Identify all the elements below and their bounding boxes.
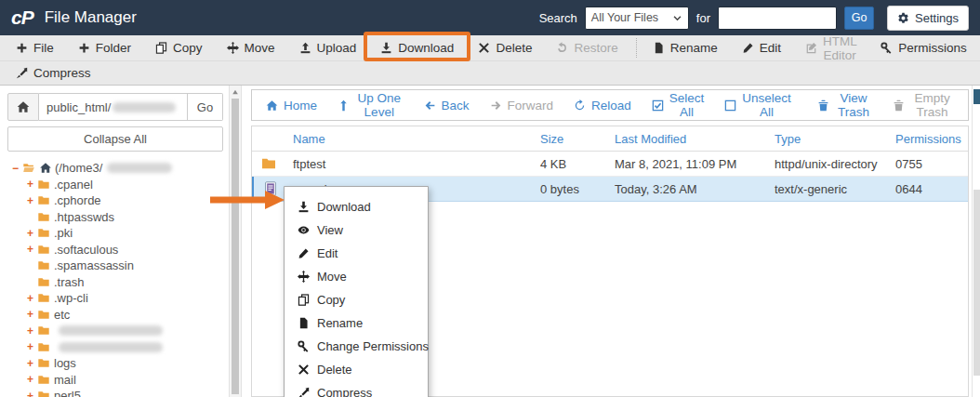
file-nav-button[interactable]: Up One Level: [327, 88, 413, 122]
column-header-name[interactable]: Name: [293, 132, 540, 146]
tree-item[interactable]: .htpasswds: [7, 209, 223, 226]
tree-expand-toggle[interactable]: +: [27, 292, 37, 305]
page-scrollbar[interactable]: [972, 86, 980, 397]
tree-expand-toggle[interactable]: +: [27, 227, 37, 240]
toolbar-button[interactable]: Rename: [636, 38, 730, 58]
tree-item[interactable]: +: [7, 323, 223, 339]
tree-expand-toggle[interactable]: +: [27, 243, 37, 256]
tree-item[interactable]: + logs: [7, 355, 223, 372]
context-menu-item[interactable]: Move: [285, 265, 428, 288]
back-icon: [424, 99, 436, 112]
file-nav-button[interactable]: Reload: [563, 96, 642, 115]
tree-expand-toggle[interactable]: +: [27, 373, 37, 386]
tree-item[interactable]: + mail: [7, 372, 223, 389]
file-nav-button[interactable]: Empty Trash: [882, 88, 964, 122]
trash-icon: [893, 99, 905, 112]
tree-expand-toggle[interactable]: +: [27, 324, 37, 337]
scroll-up-icon[interactable]: [231, 87, 240, 97]
tree-item[interactable]: + .cpanel: [7, 177, 223, 193]
tree-expand-toggle[interactable]: −: [12, 162, 22, 175]
column-header-size[interactable]: Size: [540, 132, 615, 146]
file-nav-button[interactable]: View Trash: [807, 88, 882, 122]
chevron-down-icon: [672, 13, 682, 23]
cpanel-logo: cP: [11, 7, 33, 29]
folder-icon: [37, 390, 50, 397]
context-menu-item[interactable]: Change Permissions: [285, 335, 428, 358]
toolbar-button[interactable]: Move: [215, 38, 287, 58]
search-scope-select[interactable]: All Your Files: [585, 7, 689, 30]
path-input[interactable]: public_html/: [39, 93, 188, 121]
key-icon: [881, 42, 893, 54]
collapse-all-button[interactable]: Collapse All: [7, 126, 223, 152]
toolbar-button[interactable]: HTML Editor: [793, 32, 868, 65]
search-input[interactable]: [718, 7, 837, 30]
file-nav-button[interactable]: Home: [256, 96, 327, 115]
tree-item[interactable]: + .wp-cli: [7, 290, 223, 307]
folder-icon: [37, 179, 50, 191]
tree-item[interactable]: + perl5: [7, 388, 223, 397]
tree-item[interactable]: + .softaculous: [7, 242, 223, 258]
page-scrollbar-thumb[interactable]: [973, 190, 980, 376]
tree-item-label: .cpanel: [54, 178, 93, 192]
column-header-last-modified[interactable]: Last Modified: [615, 132, 775, 146]
page-scrollbar-top-thumb[interactable]: [973, 89, 980, 104]
toolbar-button[interactable]: Download: [368, 38, 466, 58]
context-menu-item[interactable]: Compress: [285, 381, 428, 397]
toolbar-button[interactable]: Restore: [544, 38, 629, 58]
search-go-button[interactable]: Go: [844, 7, 874, 30]
tree-expand-toggle[interactable]: +: [27, 390, 37, 397]
context-menu-item[interactable]: View: [285, 218, 428, 242]
sidebar-scrollbar[interactable]: [229, 86, 242, 397]
column-header-permissions[interactable]: Permissions: [895, 132, 968, 146]
tree-item[interactable]: − (/home3/: [7, 160, 223, 177]
folder-icon: [261, 156, 276, 171]
path-go-button[interactable]: Go: [188, 93, 223, 121]
context-menu-item[interactable]: Copy: [285, 288, 428, 311]
file-nav-button-label: Forward: [508, 99, 554, 112]
table-row[interactable]: ftptest 4 KB Mar 8, 2021, 11:09 PM httpd…: [252, 152, 968, 177]
toolbar-button-label: Download: [398, 41, 454, 55]
tree-item-label: .spamassassin: [54, 258, 134, 272]
toolbar-button[interactable]: Folder: [66, 38, 143, 58]
tree-item[interactable]: .spamassassin: [7, 258, 223, 274]
tree-item[interactable]: + .pki: [7, 225, 223, 242]
file-nav-button[interactable]: Back: [414, 96, 480, 115]
toolbar-button[interactable]: Permissions: [868, 38, 979, 58]
context-menu-item[interactable]: Edit: [285, 242, 428, 265]
context-menu-item[interactable]: Delete: [285, 358, 428, 381]
home-path-button[interactable]: [7, 93, 39, 121]
column-header-type[interactable]: Type: [775, 132, 895, 146]
sidebar-scrollbar-thumb[interactable]: [232, 99, 239, 394]
context-menu-item[interactable]: Rename: [285, 311, 428, 335]
tree-expand-toggle[interactable]: +: [27, 340, 37, 353]
toolbar-button[interactable]: Upload: [287, 38, 369, 58]
tree-item[interactable]: .trash: [7, 274, 223, 291]
toolbar-button[interactable]: Copy: [143, 38, 215, 58]
file-nav-button[interactable]: Unselect All: [714, 88, 801, 122]
file-nav-bar: Home Up One Level Back Forward Reload Se…: [251, 89, 969, 121]
toolbar-button[interactable]: Edit: [730, 38, 793, 58]
file-nav-button[interactable]: Forward: [480, 96, 564, 115]
file-type: httpd/unix-directory: [775, 157, 895, 171]
tree-item[interactable]: + .cphorde: [7, 192, 223, 209]
reload-icon: [574, 99, 586, 112]
x-icon: [478, 42, 490, 54]
content-area: public_html/ Go Collapse All − (/home3/ …: [0, 86, 980, 397]
tree-item-label: logs: [54, 356, 76, 370]
context-menu-item-label: Change Permissions: [317, 339, 429, 353]
download-icon: [298, 201, 310, 213]
toolbar-button[interactable]: File: [4, 38, 66, 58]
toolbar-button[interactable]: Delete: [466, 38, 544, 58]
tree-item[interactable]: +: [7, 339, 223, 356]
tree-expand-toggle[interactable]: +: [27, 308, 37, 321]
cb-empty-icon: [724, 99, 736, 112]
tree-item[interactable]: + etc: [7, 307, 223, 324]
tree-expand-toggle[interactable]: +: [27, 357, 37, 370]
context-menu-item[interactable]: Download: [285, 195, 428, 218]
file-nav-button-label: Up One Level: [355, 91, 403, 119]
toolbar-button[interactable]: Compress: [4, 63, 103, 83]
tree-expand-toggle[interactable]: +: [27, 178, 37, 191]
file-nav-button[interactable]: Select All: [642, 88, 715, 122]
settings-button[interactable]: Settings: [887, 6, 969, 31]
tree-expand-toggle[interactable]: +: [27, 194, 37, 207]
